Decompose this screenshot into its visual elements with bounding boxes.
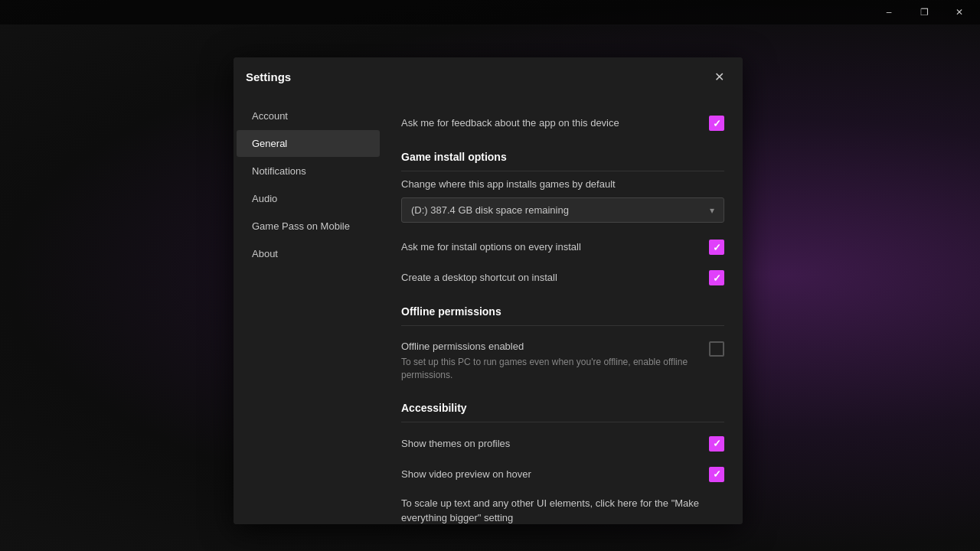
show-themes-check-icon: ✓ <box>713 439 721 448</box>
ask-install-check-icon: ✓ <box>713 243 721 253</box>
show-video-preview-label: Show video preview on hover <box>401 468 709 481</box>
sidebar-item-account[interactable]: Account <box>237 103 380 129</box>
ask-feedback-checkbox[interactable]: ✓ <box>709 116 724 131</box>
show-video-check-icon: ✓ <box>713 469 721 479</box>
window-title: Settings <box>246 70 291 83</box>
sidebar-item-game-pass-mobile[interactable]: Game Pass on Mobile <box>237 213 380 240</box>
window-header: Settings ✕ <box>234 57 743 96</box>
disk-dropdown[interactable]: (D:) 387.4 GB disk space remaining ▾ <box>401 197 724 223</box>
create-shortcut-row: Create a desktop shortcut on install ✓ <box>401 262 724 293</box>
ask-install-options-checkbox[interactable]: ✓ <box>709 240 724 255</box>
ask-feedback-row: Ask me for feedback about the app on thi… <box>401 108 724 139</box>
game-install-description: Change where this app installs games by … <box>401 178 724 191</box>
game-install-section-header: Game install options <box>401 139 724 169</box>
sidebar-item-about[interactable]: About <box>237 240 380 267</box>
offline-permissions-label: Offline permissions enabled <box>401 340 700 354</box>
ask-feedback-label: Ask me for feedback about the app on thi… <box>401 116 709 130</box>
offline-section-header: Offline permissions <box>401 293 724 324</box>
accessibility-divider <box>401 422 724 422</box>
show-themes-label: Show themes on profiles <box>401 437 709 451</box>
show-themes-row: Show themes on profiles ✓ <box>401 429 724 459</box>
ask-feedback-check-icon: ✓ <box>713 119 721 129</box>
game-install-divider <box>401 171 724 171</box>
close-button[interactable]: ✕ <box>707 65 730 88</box>
create-shortcut-check-icon: ✓ <box>713 273 721 283</box>
settings-window: Settings ✕ Account General Notifications… <box>234 57 743 524</box>
window-controls: – ❐ ✕ <box>871 0 977 24</box>
create-shortcut-label: Create a desktop shortcut on install <box>401 271 709 285</box>
create-shortcut-checkbox[interactable]: ✓ <box>709 270 724 285</box>
taskbar-close-button[interactable]: ✕ <box>942 0 977 24</box>
minimize-button[interactable]: – <box>871 0 906 24</box>
content-panel: Ask me for feedback about the app on thi… <box>383 96 743 524</box>
offline-permissions-text-block: Offline permissions enabled To set up th… <box>401 340 700 382</box>
show-themes-checkbox[interactable]: ✓ <box>709 436 724 452</box>
window-body: Account General Notifications Audio Game… <box>234 96 743 524</box>
accessibility-section-header: Accessibility <box>401 390 724 420</box>
sidebar: Account General Notifications Audio Game… <box>234 96 383 524</box>
disk-dropdown-value: (D:) 387.4 GB disk space remaining <box>411 204 569 216</box>
show-video-preview-checkbox[interactable]: ✓ <box>709 467 724 482</box>
dropdown-arrow-icon: ▾ <box>710 205 714 216</box>
offline-permissions-sublabel: To set up this PC to run games even when… <box>401 356 700 382</box>
show-video-preview-row: Show video preview on hover ✓ <box>401 459 724 490</box>
offline-permissions-row: Offline permissions enabled To set up th… <box>401 332 724 390</box>
offline-permissions-checkbox[interactable] <box>709 341 724 357</box>
sidebar-item-general[interactable]: General <box>237 130 380 157</box>
taskbar: – ❐ ✕ <box>0 0 980 24</box>
offline-divider <box>401 325 724 326</box>
maximize-button[interactable]: ❐ <box>906 0 942 24</box>
sidebar-item-audio[interactable]: Audio <box>237 185 380 212</box>
ask-install-options-row: Ask me for install options on every inst… <box>401 232 724 262</box>
ask-install-options-label: Ask me for install options on every inst… <box>401 240 709 254</box>
sidebar-item-notifications[interactable]: Notifications <box>237 158 380 184</box>
scale-text-note[interactable]: To scale up text and any other UI elemen… <box>401 490 724 524</box>
